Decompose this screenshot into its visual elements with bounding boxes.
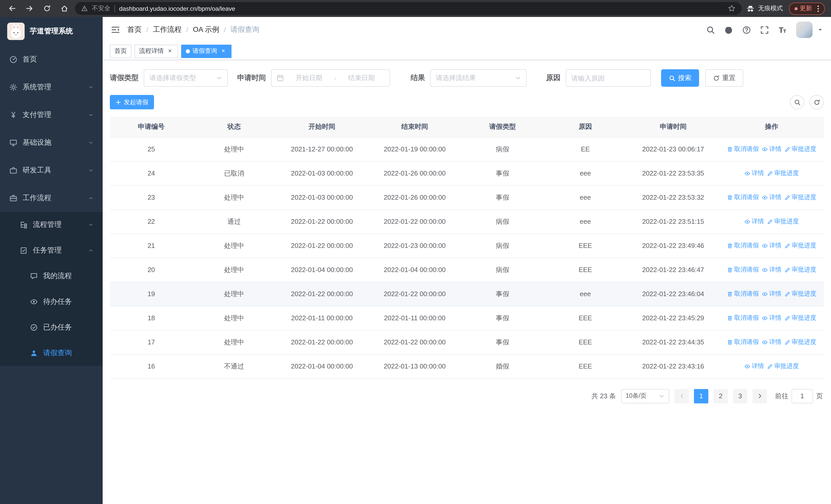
approval-progress-link[interactable]: 审批进度 xyxy=(784,314,816,322)
cell-status: 已取消 xyxy=(193,161,276,185)
toggle-search-button[interactable] xyxy=(790,95,804,109)
chevron-down-icon xyxy=(659,393,665,399)
goto-page-input[interactable] xyxy=(792,389,813,403)
detail-link[interactable]: 详情 xyxy=(762,193,781,202)
browser-menu-icon[interactable] xyxy=(814,4,822,12)
sidebar-item-my-process[interactable]: 我的流程 xyxy=(0,263,103,289)
edit-icon xyxy=(767,170,773,176)
approval-progress-link[interactable]: 审批进度 xyxy=(784,193,816,202)
refresh-table-button[interactable] xyxy=(809,95,824,109)
cell-id: 24 xyxy=(110,161,193,185)
bookmark-star-icon[interactable] xyxy=(728,5,736,12)
approval-progress-link[interactable]: 审批进度 xyxy=(784,265,816,274)
sidebar-item-system-management[interactable]: 系统管理 xyxy=(0,73,103,101)
browser-back-button[interactable] xyxy=(5,2,19,15)
cell-apply-time: 2022-01-23 00:06:17 xyxy=(627,137,720,161)
cancel-leave-link[interactable]: 取消请假 xyxy=(727,314,759,322)
help-icon[interactable] xyxy=(742,25,751,34)
cancel-icon xyxy=(727,291,733,297)
reason-input[interactable] xyxy=(566,69,651,87)
sidebar-item-leave-query[interactable]: 请假查询 xyxy=(0,340,103,366)
cancel-leave-link[interactable]: 取消请假 xyxy=(727,338,759,347)
calendar-icon xyxy=(277,75,284,82)
sidebar-item-process-management[interactable]: 流程管理 xyxy=(0,212,103,238)
detail-link[interactable]: 详情 xyxy=(762,265,781,274)
not-secure-warning-icon xyxy=(81,5,88,12)
github-icon[interactable] xyxy=(724,25,733,34)
cancel-leave-link[interactable]: 取消请假 xyxy=(727,241,759,250)
breadcrumb-item[interactable]: OA 示例 xyxy=(193,25,220,34)
detail-link[interactable]: 详情 xyxy=(745,169,764,178)
reset-button[interactable]: 重置 xyxy=(705,69,743,87)
search-button[interactable]: 搜索 xyxy=(661,69,699,87)
cell-leave-type: 病假 xyxy=(461,209,544,234)
breadcrumb-separator: / xyxy=(146,26,148,34)
browser-reload-button[interactable] xyxy=(40,2,53,15)
approval-progress-link[interactable]: 审批进度 xyxy=(784,338,816,347)
sidebar-item-done-tasks[interactable]: 已办任务 xyxy=(0,315,103,340)
update-button[interactable]: 更新 xyxy=(789,2,825,14)
sidebar-item-home[interactable]: 首页 xyxy=(0,46,103,73)
page-3-button[interactable]: 3 xyxy=(733,389,747,403)
detail-link[interactable]: 详情 xyxy=(762,338,781,347)
detail-link[interactable]: 详情 xyxy=(762,145,781,153)
cell-end-time: 2022-01-26 00:00:00 xyxy=(368,161,461,185)
browser-home-button[interactable] xyxy=(57,2,71,15)
leave-icon xyxy=(30,349,38,357)
tab-leave-query[interactable]: 请假查询× xyxy=(181,45,231,58)
tab-process-detail[interactable]: 流程详情× xyxy=(135,45,178,58)
font-size-icon[interactable] xyxy=(778,25,787,34)
detail-link[interactable]: 详情 xyxy=(762,314,781,322)
table-row: 22通过2022-01-22 00:00:002022-01-22 00:00:… xyxy=(110,209,824,234)
browser-forward-button[interactable] xyxy=(23,2,36,15)
apply-time-range-picker[interactable]: 开始日期 - 结束日期 xyxy=(271,69,390,87)
cancel-leave-link[interactable]: 取消请假 xyxy=(727,193,759,202)
sidebar-item-task-management[interactable]: 任务管理 xyxy=(0,238,103,263)
approval-progress-link[interactable]: 审批进度 xyxy=(784,290,816,298)
detail-link[interactable]: 详情 xyxy=(762,241,781,250)
tab-home[interactable]: 首页 xyxy=(110,45,132,58)
cell-id: 25 xyxy=(110,137,193,161)
detail-link[interactable]: 详情 xyxy=(745,362,764,370)
caret-down-icon[interactable] xyxy=(818,27,823,32)
sidebar-toggle-icon[interactable] xyxy=(111,25,120,34)
avatar[interactable] xyxy=(796,22,812,38)
sidebar-item-workflow[interactable]: 工作流程 xyxy=(0,184,103,212)
action-link-label: 详情 xyxy=(752,217,764,226)
approval-progress-link[interactable]: 审批进度 xyxy=(767,217,799,226)
sidebar-item-dev-tools[interactable]: 研发工具 xyxy=(0,156,103,184)
cell-reason: eee xyxy=(544,161,627,185)
page-size-select[interactable]: 10条/页 xyxy=(621,389,669,403)
fullscreen-icon[interactable] xyxy=(760,25,769,34)
detail-link[interactable]: 详情 xyxy=(745,217,764,226)
close-tab-icon[interactable]: × xyxy=(220,48,227,55)
cancel-leave-link[interactable]: 取消请假 xyxy=(727,265,759,274)
cancel-leave-link[interactable]: 取消请假 xyxy=(727,290,759,298)
prev-page-button[interactable] xyxy=(675,389,689,403)
result-select[interactable]: 请选择流结果 xyxy=(430,69,526,87)
sidebar-item-infrastructure[interactable]: 基础设施 xyxy=(0,129,103,156)
detail-link[interactable]: 详情 xyxy=(762,290,781,298)
sidebar-item-todo-tasks[interactable]: 待办任务 xyxy=(0,289,103,315)
create-leave-button[interactable]: 发起请假 xyxy=(110,95,154,109)
search-icon[interactable] xyxy=(706,25,715,34)
cell-start-time: 2022-01-03 00:00:00 xyxy=(276,161,368,185)
approval-progress-link[interactable]: 审批进度 xyxy=(784,241,816,250)
create-leave-label: 发起请假 xyxy=(124,98,148,107)
cancel-leave-link[interactable]: 取消请假 xyxy=(727,145,759,153)
chevron-down-icon xyxy=(515,75,521,81)
close-tab-icon[interactable]: × xyxy=(166,48,173,55)
approval-progress-link[interactable]: 审批进度 xyxy=(784,145,816,153)
cell-apply-time: 2022-01-22 23:46:04 xyxy=(627,282,720,306)
column-header: 状态 xyxy=(193,117,276,137)
breadcrumb-item[interactable]: 工作流程 xyxy=(153,25,182,34)
page-1-button[interactable]: 1 xyxy=(694,389,708,403)
breadcrumb-item[interactable]: 首页 xyxy=(127,25,142,34)
page-2-button[interactable]: 2 xyxy=(713,389,728,403)
approval-progress-link[interactable]: 审批进度 xyxy=(767,362,799,370)
next-page-button[interactable] xyxy=(752,389,767,403)
leave-type-select[interactable]: 请选择请假类型 xyxy=(144,69,228,87)
address-bar[interactable]: 不安全 dashboard.yudao.iocoder.cn/bpm/oa/le… xyxy=(75,2,742,15)
approval-progress-link[interactable]: 审批进度 xyxy=(767,169,799,178)
sidebar-item-payment-management[interactable]: 支付管理 xyxy=(0,101,103,129)
